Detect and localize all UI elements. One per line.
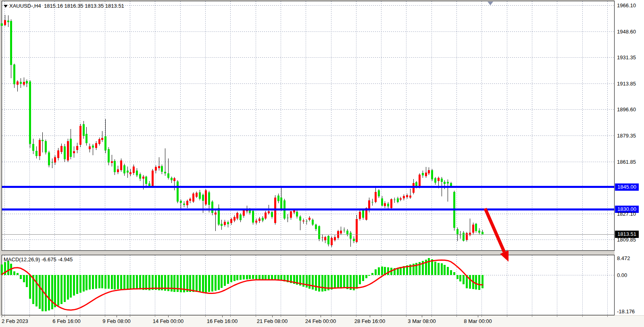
candle-body — [334, 237, 336, 240]
macd-histogram-bar — [459, 275, 461, 281]
price-axis-label: 1861.85 — [617, 158, 636, 165]
time-axis-tick — [356, 316, 356, 317]
macd-histogram-bar — [350, 275, 352, 290]
ohlc-open: 1815.16 — [44, 3, 63, 9]
candle-body — [215, 212, 217, 215]
macd-current-value: -6.675 — [42, 256, 56, 262]
candle-body — [189, 199, 191, 201]
candle-body — [51, 162, 53, 162]
macd-histogram-bar — [463, 275, 465, 284]
candle-body — [202, 195, 204, 201]
candle-body — [441, 179, 443, 182]
candle-body — [375, 192, 377, 202]
candle-body — [35, 151, 38, 156]
candle-body — [221, 224, 223, 226]
candle-body — [280, 198, 282, 210]
candle-body — [252, 211, 254, 223]
macd-histogram-bar — [202, 275, 204, 292]
price-axis-label: 1913.85 — [617, 81, 636, 87]
candle-body — [54, 157, 56, 162]
macd-histogram-bar — [419, 262, 421, 275]
time-axis-tick — [130, 316, 130, 317]
macd-histogram-bar — [57, 275, 59, 306]
time-axis-tick — [431, 316, 432, 317]
ohlc-low: 1813.35 — [85, 3, 104, 9]
macd-histogram-bar — [312, 275, 314, 290]
macd-histogram-bar — [438, 263, 440, 275]
macd-histogram-bar — [26, 275, 28, 287]
macd-histogram-bar — [42, 275, 44, 311]
candle-body — [1, 23, 3, 26]
time-gridline — [230, 255, 231, 315]
macd-histogram-bar — [353, 275, 355, 291]
macd-histogram-bar — [158, 275, 160, 290]
ohlc-high: 1816.35 — [65, 3, 83, 9]
macd-histogram-bar — [400, 267, 402, 275]
candle-body — [196, 193, 198, 197]
macd-histogram-bar — [1, 265, 3, 275]
candle-body — [164, 172, 166, 173]
candle-body — [438, 178, 440, 181]
candle-body — [7, 21, 9, 22]
macd-histogram-bar — [35, 275, 38, 306]
candle-body — [255, 221, 257, 223]
candle-body — [4, 20, 6, 25]
candle-body — [192, 194, 194, 202]
candle-body — [114, 161, 116, 172]
symbol-dropdown-icon[interactable] — [4, 5, 8, 8]
candle-body — [48, 152, 50, 165]
macd-histogram-bar — [142, 275, 144, 290]
macd-histogram-bar — [359, 275, 361, 284]
macd-histogram-bar — [205, 275, 207, 292]
time-gridline — [230, 1, 231, 250]
candle-body — [293, 210, 295, 212]
candle-body — [152, 171, 154, 186]
macd-histogram-bar — [29, 275, 31, 299]
macd-histogram-bar — [403, 266, 405, 275]
macd-histogram-bar — [296, 275, 298, 285]
candle-body — [145, 177, 147, 184]
macd-histogram-bar — [240, 275, 242, 280]
macd-axis-label: -18.176 — [617, 308, 635, 315]
macd-histogram-bar — [236, 275, 238, 280]
candle-body — [268, 211, 270, 213]
macd-histogram-bar — [89, 275, 91, 290]
macd-histogram-bar — [306, 275, 308, 288]
candle-body — [42, 140, 44, 141]
candle-body — [104, 136, 106, 150]
price-axis-label: 1966.10 — [617, 2, 636, 8]
candle-body — [23, 82, 25, 85]
support-resistance-line[interactable] — [2, 208, 614, 210]
level-price-badge: 1845.00 — [615, 183, 639, 191]
support-resistance-line[interactable] — [2, 186, 614, 188]
candle-body — [211, 202, 213, 213]
time-axis-tick — [370, 316, 370, 317]
price-chart-panel[interactable] — [2, 1, 615, 251]
macd-histogram-bar — [218, 275, 220, 290]
candle-body — [428, 170, 430, 173]
price-gridline — [2, 109, 614, 110]
candle-wick — [288, 214, 288, 223]
candle-wick — [112, 155, 112, 167]
time-axis-label: 28 Feb 16:00 — [354, 318, 386, 324]
price-axis[interactable] — [615, 0, 644, 315]
candle-body — [258, 219, 261, 221]
candle-body — [139, 174, 141, 179]
candle-body — [299, 217, 301, 221]
macd-histogram-bar — [450, 270, 452, 275]
macd-histogram-bar — [120, 275, 122, 289]
macd-histogram-bar — [375, 269, 377, 275]
time-axis-tick — [105, 316, 105, 317]
time-gridline — [256, 255, 256, 315]
macd-label: MACD(12,26,9) -6.675 -4.945 — [4, 256, 73, 262]
time-axis-tick — [422, 316, 422, 317]
candle-body — [70, 139, 72, 157]
macd-histogram-bar — [227, 275, 229, 284]
candle-wick — [52, 158, 52, 168]
candle-body — [227, 222, 229, 224]
candle-body — [400, 198, 402, 200]
time-gridline — [532, 1, 532, 250]
macd-histogram-bar — [133, 275, 135, 290]
macd-histogram-bar — [441, 263, 443, 275]
candle-body — [240, 215, 242, 220]
